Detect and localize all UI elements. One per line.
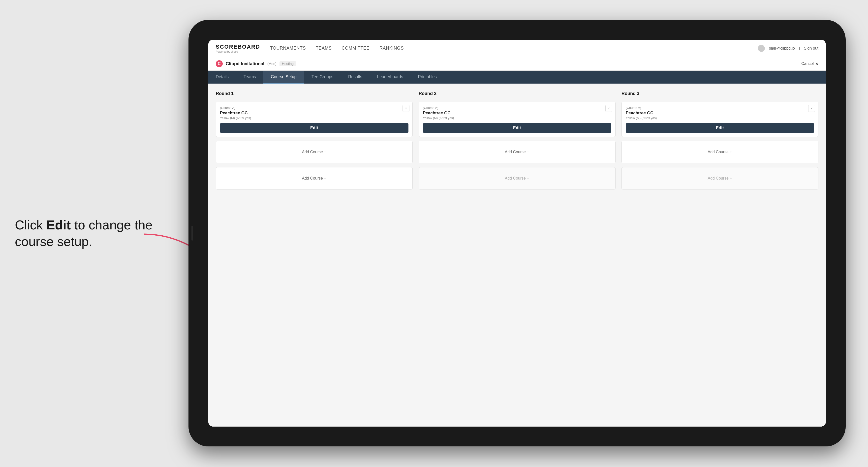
round-2-column: Round 2 × (Course A) Peachtree GC Yellow… [418,91,616,189]
main-content: Round 1 × (Course A) Peachtree GC Yellow… [208,84,826,427]
tab-details[interactable]: Details [208,71,236,84]
scoreboard-logo: SCOREBOARD Powered by clippd [216,44,260,53]
tablet-screen: SCOREBOARD Powered by clippd TOURNAMENTS… [208,40,826,427]
nav-committee[interactable]: COMMITTEE [342,45,370,51]
round-2-edit-button[interactable]: Edit [423,123,611,133]
round-2-course-card: × (Course A) Peachtree GC Yellow (M) (66… [418,102,616,137]
round-1-course-details: Yellow (M) (6629 yds) [220,116,408,120]
round-1-course-card: × (Course A) Peachtree GC Yellow (M) (66… [216,102,413,137]
tournament-name: Clippd Invitational [226,61,265,66]
round-3-column: Round 3 × (Course A) Peachtree GC Yellow… [621,91,818,189]
round-3-course-label: (Course A) [626,106,814,110]
round-1-add-course-slot-1[interactable]: Add Course + [216,141,413,163]
brand-logo-icon: C [216,60,223,67]
round-1-column: Round 1 × (Course A) Peachtree GC Yellow… [216,91,413,189]
round-2-add-course-slot-2: Add Course + [418,167,616,189]
round-1-course-name: Peachtree GC [220,111,408,116]
sign-out-link[interactable]: Sign out [804,46,818,51]
tab-tee-groups[interactable]: Tee Groups [304,71,341,84]
round-1-add-course-plus-2: + [324,176,327,181]
nav-right: blair@clippd.io | Sign out [758,45,818,52]
cancel-x-icon: ✕ [815,62,818,66]
round-2-title: Round 2 [418,91,616,96]
round-3-add-course-plus-2: + [730,176,732,181]
round-2-course-details: Yellow (M) (6629 yds) [423,116,611,120]
round-2-add-course-slot-1[interactable]: Add Course + [418,141,616,163]
round-2-delete-button[interactable]: × [606,105,612,112]
user-email: blair@clippd.io [769,46,795,51]
round-2-course-label: (Course A) [423,106,611,110]
round-3-delete-button[interactable]: × [808,105,815,112]
instruction-text: Click Edit to change the course setup. [15,217,159,250]
round-1-add-course-plus-1: + [324,150,327,155]
sub-header-left: C Clippd Invitational (Men) Hosting [216,60,296,67]
rounds-grid: Round 1 × (Course A) Peachtree GC Yellow… [216,91,818,189]
round-3-add-course-slot-1[interactable]: Add Course + [621,141,818,163]
round-3-add-course-slot-2: Add Course + [621,167,818,189]
tablet-side-button [191,226,193,241]
round-2-add-course-label-2: Add Course [505,176,526,181]
cancel-button[interactable]: Cancel ✕ [801,62,818,66]
round-2-course-name: Peachtree GC [423,111,611,116]
tab-printables[interactable]: Printables [411,71,444,84]
tab-teams[interactable]: Teams [236,71,264,84]
hosting-badge: Hosting [279,61,296,66]
tournament-gender: (Men) [267,62,277,66]
user-avatar-icon [758,45,765,52]
round-3-edit-button[interactable]: Edit [626,123,814,133]
round-2-add-course-label-1: Add Course [505,150,526,154]
main-nav: TOURNAMENTS TEAMS COMMITTEE RANKINGS [270,45,758,51]
round-1-add-course-slot-2[interactable]: Add Course + [216,167,413,189]
top-navbar: SCOREBOARD Powered by clippd TOURNAMENTS… [208,40,826,57]
tab-results[interactable]: Results [341,71,370,84]
nav-separator: | [799,46,800,51]
tab-course-setup[interactable]: Course Setup [264,71,304,84]
round-3-course-card: × (Course A) Peachtree GC Yellow (M) (66… [621,102,818,137]
round-1-add-course-label-2: Add Course [302,176,323,181]
nav-rankings[interactable]: RANKINGS [379,45,404,51]
nav-teams[interactable]: TEAMS [316,45,332,51]
logo-sub: Powered by clippd [216,50,260,53]
round-1-add-course-label-1: Add Course [302,150,323,154]
sub-header: C Clippd Invitational (Men) Hosting Canc… [208,57,826,71]
round-3-course-name: Peachtree GC [626,111,814,116]
round-1-delete-button[interactable]: × [403,105,409,112]
cancel-label: Cancel [801,62,814,66]
tab-leaderboards[interactable]: Leaderboards [370,71,411,84]
round-2-add-course-plus-2: + [527,176,529,181]
round-3-add-course-plus-1: + [730,150,732,155]
round-3-course-details: Yellow (M) (6629 yds) [626,116,814,120]
round-3-add-course-label-2: Add Course [708,176,728,181]
round-1-edit-button[interactable]: Edit [220,123,408,133]
nav-tournaments[interactable]: TOURNAMENTS [270,45,306,51]
tablet-frame: SCOREBOARD Powered by clippd TOURNAMENTS… [188,20,846,446]
tab-bar: Details Teams Course Setup Tee Groups Re… [208,71,826,84]
round-2-add-course-plus-1: + [527,150,529,155]
round-3-title: Round 3 [621,91,818,96]
round-1-course-label: (Course A) [220,106,408,110]
round-3-add-course-label-1: Add Course [708,150,728,154]
round-1-title: Round 1 [216,91,413,96]
logo-title: SCOREBOARD [216,44,260,50]
